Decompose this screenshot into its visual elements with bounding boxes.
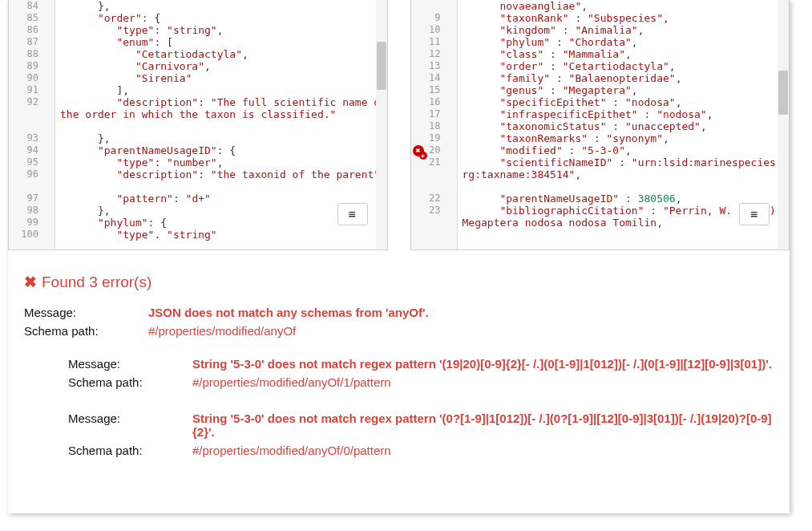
code-line[interactable]: },	[60, 132, 387, 144]
error-label: Message:	[68, 411, 192, 439]
code-line[interactable]: "taxonRank" : "Subspecies",	[463, 12, 790, 24]
app-frame: 84858687888990919293949596979899100 }, "…	[8, 0, 790, 513]
error-value: String '5-3-0' does not match regex patt…	[192, 411, 774, 439]
line-number: 11	[411, 36, 441, 48]
error-row: Schema path:#/properties/modified/anyOf	[24, 324, 774, 338]
code-line[interactable]: "kingdom" : "Animalia",	[463, 24, 790, 36]
code-line[interactable]: "specificEpithet" : "nodosa",	[463, 96, 790, 108]
left-scrollbar[interactable]	[376, 0, 387, 249]
error-label: Message:	[24, 306, 148, 319]
error-value: #/properties/modified/anyOf	[148, 324, 774, 338]
editors-row: 84858687888990919293949596979899100 }, "…	[8, 0, 790, 250]
line-number: 89	[9, 60, 38, 72]
error-value: #/properties/modified/anyOf/0/pattern	[192, 444, 774, 457]
left-gutter: 84858687888990919293949596979899100	[9, 0, 55, 249]
error-label: Schema path:	[68, 375, 192, 389]
line-number	[411, 0, 441, 12]
code-line[interactable]: "order": {	[60, 12, 387, 24]
list-icon: ≡	[348, 213, 356, 216]
line-number: 10	[411, 24, 441, 36]
error-value: String '5-3-0' does not match regex patt…	[192, 357, 774, 371]
right-toolbox-button[interactable]: ≡	[739, 203, 770, 225]
code-line[interactable]: "description": "The full scientific name…	[60, 96, 387, 132]
line-number: 90	[9, 72, 38, 84]
code-line[interactable]: "Carnivora",	[60, 60, 387, 72]
error-row: Schema path:#/properties/modified/anyOf/…	[68, 444, 774, 457]
document-editor[interactable]: 91011121314151617181920212223 novaeangli…	[410, 0, 790, 250]
code-line[interactable]: "Cetartiodactyla",	[60, 48, 387, 60]
line-number: 85	[9, 12, 38, 24]
code-line[interactable]: "description": "the taxonid of the paren…	[60, 168, 387, 193]
line-number: 93	[9, 132, 38, 144]
error-count-text: Found 3 error(s)	[42, 274, 151, 290]
line-number: 97	[9, 193, 38, 205]
code-line[interactable]: "infraspecificEpithet" : "nodosa",	[463, 108, 790, 120]
line-number: 99	[9, 217, 38, 229]
line-number: 14	[411, 72, 441, 84]
code-line[interactable]: ],	[60, 84, 387, 96]
code-line[interactable]: "modified" : "5-3-0",	[463, 144, 790, 156]
line-number: 100	[9, 229, 38, 241]
error-value: JSON does not match any schemas from 'an…	[148, 306, 774, 319]
validation-results: ✖Found 3 error(s) Message:JSON does not …	[8, 250, 790, 470]
code-line[interactable]: "taxonRemarks" : "synonym",	[463, 132, 790, 144]
code-line[interactable]: "phylum" : "Chordata",	[463, 36, 790, 48]
line-number: 96	[9, 168, 38, 193]
line-number: 16	[411, 96, 441, 108]
line-number: 86	[9, 24, 38, 36]
code-line[interactable]: "class" : "Mammalia",	[463, 48, 790, 60]
line-number: 23	[411, 205, 441, 229]
code-line[interactable]: },	[60, 0, 387, 12]
line-number: 18	[411, 120, 441, 132]
code-line[interactable]: "type". "string"	[60, 229, 387, 241]
right-scroll-thumb[interactable]	[778, 71, 788, 115]
line-number: 94	[9, 144, 38, 156]
line-number: 91	[9, 84, 38, 96]
error-row: Message:String '5-3-0' does not match re…	[68, 411, 774, 439]
line-number: 98	[9, 205, 38, 217]
error-marker-icon[interactable]: ✖	[413, 145, 424, 156]
line-number: 92	[9, 96, 38, 132]
code-line[interactable]: "type": "number",	[60, 156, 387, 168]
code-line[interactable]: "scientificNameID" : "urn:lsid:marinespe…	[463, 156, 790, 193]
line-number: 12	[411, 48, 441, 60]
left-toolbox-button[interactable]: ≡	[337, 203, 368, 225]
code-line[interactable]: "genus" : "Megaptera",	[463, 84, 790, 96]
line-number: 88	[9, 48, 38, 60]
error-value: #/properties/modified/anyOf/1/pattern	[192, 375, 774, 389]
line-number: 84	[9, 0, 38, 12]
line-number: 17	[411, 108, 441, 120]
right-gutter: 91011121314151617181920212223	[411, 0, 458, 249]
code-line[interactable]: "parentNameUsageID": {	[60, 144, 387, 156]
list-icon: ≡	[750, 213, 758, 216]
code-line[interactable]: "enum": [	[60, 36, 387, 48]
code-line[interactable]: novaeangliae",	[463, 0, 790, 12]
error-row: Message:String '5-3-0' does not match re…	[68, 357, 774, 371]
error-icon: ✖	[24, 274, 37, 290]
line-number: 22	[411, 193, 441, 205]
line-number: 19	[411, 132, 441, 144]
error-label: Schema path:	[68, 444, 192, 457]
line-number: 87	[9, 36, 38, 48]
error-row: Message:JSON does not match any schemas …	[24, 306, 774, 319]
code-line[interactable]: "taxonomicStatus" : "unaccepted",	[463, 120, 790, 132]
code-line[interactable]: "Sirenia"	[60, 72, 387, 84]
left-scroll-thumb[interactable]	[377, 42, 386, 90]
line-number: 9	[411, 12, 441, 24]
code-line[interactable]: "type": "string",	[60, 24, 387, 36]
code-line[interactable]: "order" : "Cetartiodactyla",	[463, 60, 790, 72]
line-number: 13	[411, 60, 441, 72]
error-label: Message:	[68, 357, 192, 371]
line-number: 21	[411, 156, 441, 193]
error-summary: ✖Found 3 error(s)	[24, 273, 774, 291]
line-number: 15	[411, 84, 441, 96]
error-label: Schema path:	[24, 324, 148, 338]
error-row: Schema path:#/properties/modified/anyOf/…	[68, 375, 774, 389]
right-scrollbar[interactable]	[778, 0, 789, 249]
line-number: 95	[9, 156, 38, 168]
code-line[interactable]: "family" : "Balaenopteridae",	[463, 72, 790, 84]
schema-editor[interactable]: 84858687888990919293949596979899100 }, "…	[8, 0, 388, 250]
